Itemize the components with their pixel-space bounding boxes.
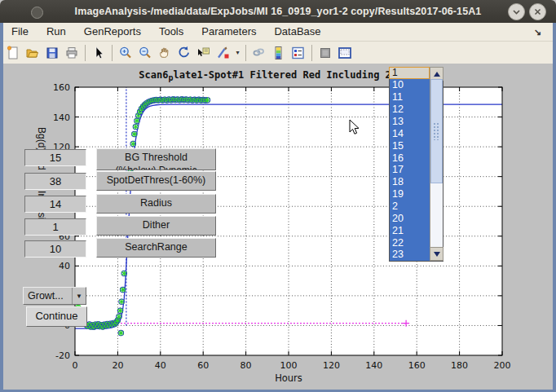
data-cursor-button[interactable]: [194, 43, 214, 62]
menu-item-parameters[interactable]: Parameters: [192, 23, 265, 41]
menu-bar: FileRunGenReportsToolsParametersDataBase…: [3, 23, 553, 42]
param-field-bg-threshold[interactable]: 15: [24, 149, 86, 166]
new-file-icon: [6, 46, 20, 60]
param-button-spotdetthres-1-60[interactable]: SpotDetThres(1-60%): [96, 171, 216, 191]
scroll-down-button[interactable]: [430, 247, 443, 261]
rotate-3d-button[interactable]: [174, 43, 194, 62]
menu-item-file[interactable]: File: [3, 23, 38, 41]
dropdown-scrollbar[interactable]: [430, 79, 443, 261]
y-tick-label: 140: [53, 112, 70, 123]
param-button-label: SearchRange: [97, 239, 215, 255]
close-button[interactable]: [529, 3, 546, 20]
param-field-dither[interactable]: 1: [24, 218, 86, 236]
param-button-radius[interactable]: Radius: [96, 194, 216, 214]
growth-model-dropdown[interactable]: Growt... ▼: [23, 287, 86, 305]
dropdown-item[interactable]: 21: [390, 224, 430, 236]
dropdown-item[interactable]: 20: [390, 212, 430, 224]
dropdown-item[interactable]: 12: [390, 104, 430, 116]
toolbar-separator: [311, 45, 312, 61]
y-tick-label: -20: [55, 350, 70, 361]
dropdown-item[interactable]: 17: [390, 164, 430, 176]
zoom-in-button[interactable]: [116, 43, 135, 62]
print-button[interactable]: [62, 43, 82, 62]
open-folder-button[interactable]: [23, 43, 42, 62]
rotate-3d-icon: [177, 46, 192, 60]
pan-button[interactable]: [155, 43, 174, 62]
insert-legend-icon: [291, 46, 306, 60]
x-tick-label: 60: [197, 360, 209, 371]
x-tick-label: 200: [494, 360, 511, 371]
y-tick-label: 160: [53, 82, 70, 93]
brush-button[interactable]: [214, 43, 233, 62]
dropdown-item[interactable]: 13: [390, 116, 430, 128]
param-field-searchrange[interactable]: 10: [24, 240, 86, 258]
x-axis-label: Hours: [275, 372, 302, 384]
growth-model-dropdown-label: Growt...: [24, 290, 72, 302]
y-tick-label: 40: [59, 261, 70, 271]
param-button-label2: (%below) Dynamic: [97, 165, 215, 170]
param-button-label: SpotDetThres(1-60%): [97, 172, 215, 188]
brush-icon: [216, 46, 231, 60]
hide-plot-tools-button[interactable]: [316, 43, 335, 62]
chevron-down-icon: [512, 7, 521, 16]
param-button-label: Radius: [97, 195, 215, 211]
param-field-radius[interactable]: 14: [24, 196, 86, 213]
dropdown-item[interactable]: 18: [390, 176, 430, 188]
insert-legend-button[interactable]: [289, 43, 308, 62]
dropdown-item[interactable]: 10: [390, 79, 430, 91]
close-icon: [533, 7, 542, 16]
menu-item-database[interactable]: DataBase: [265, 23, 329, 41]
pan-icon: [157, 46, 172, 60]
dropdown-item[interactable]: 22: [390, 236, 430, 249]
pointer-button[interactable]: [89, 43, 108, 62]
dropdown-item[interactable]: 15: [390, 139, 430, 152]
param-button-label: BG Threshold: [97, 149, 215, 165]
param-button-searchrange[interactable]: SearchRange: [96, 238, 216, 258]
shade-button[interactable]: [508, 3, 525, 20]
menu-item-genreports[interactable]: GenReports: [75, 23, 150, 41]
zoom-out-icon: [138, 46, 152, 60]
mouse-cursor: [349, 119, 360, 135]
x-tick-label: 20: [112, 360, 123, 371]
save-button[interactable]: [42, 43, 62, 62]
new-file-button[interactable]: [3, 43, 23, 62]
app-window: ImageAnalysis-/media/data/ExpJobs/MI 16_…: [0, 0, 556, 392]
open-folder-icon: [25, 46, 40, 60]
dropdown-item[interactable]: 14: [390, 127, 430, 139]
insert-colorbar-button[interactable]: [269, 43, 289, 62]
continue-button[interactable]: Continue: [26, 306, 87, 327]
dropdown-item[interactable]: 2: [390, 200, 430, 213]
show-plot-tools-button[interactable]: [335, 43, 355, 62]
hide-plot-tools-icon: [318, 46, 333, 60]
menu-item-tools[interactable]: Tools: [150, 23, 192, 41]
brush-caret-icon[interactable]: ▾: [233, 43, 242, 62]
x-tick-label: 80: [240, 360, 252, 371]
scrollbar-thumb[interactable]: [430, 79, 443, 183]
figure-canvas: 020406080100120140160180200-200204060801…: [3, 64, 553, 390]
param-button-dither[interactable]: Dither: [96, 216, 216, 236]
x-tick-label: 160: [408, 360, 426, 371]
param-field-spotdetthres-1-60[interactable]: 38: [24, 173, 86, 190]
toolbar: ▾: [3, 42, 553, 64]
zoom-out-button[interactable]: [135, 43, 155, 62]
save-icon: [45, 46, 60, 60]
scrollbar-grip: [433, 122, 440, 140]
spot-number-dropdown: 1 10111213141516171819220212223: [389, 67, 443, 262]
dropdown-item[interactable]: 11: [390, 91, 430, 104]
menu-item-run[interactable]: Run: [38, 23, 75, 41]
dock-arrow-icon[interactable]: ↘: [534, 27, 541, 37]
data-cursor-icon: [196, 46, 211, 60]
arrow-down-icon: [434, 252, 440, 257]
dropdown-item[interactable]: 23: [390, 249, 430, 261]
print-icon: [64, 46, 79, 60]
x-tick-label: 100: [280, 360, 298, 371]
window-menu-icon[interactable]: [31, 7, 43, 19]
link-plots-button[interactable]: [249, 43, 269, 62]
show-plot-tools-icon: [338, 46, 352, 60]
spot-number-value[interactable]: 1: [389, 67, 430, 79]
param-button-bg-threshold[interactable]: BG Threshold(%below) Dynamic: [96, 148, 216, 170]
dropdown-item[interactable]: 16: [390, 152, 430, 164]
toolbar-separator: [245, 45, 246, 61]
toolbar-separator: [85, 45, 86, 61]
dropdown-item[interactable]: 19: [390, 188, 430, 200]
